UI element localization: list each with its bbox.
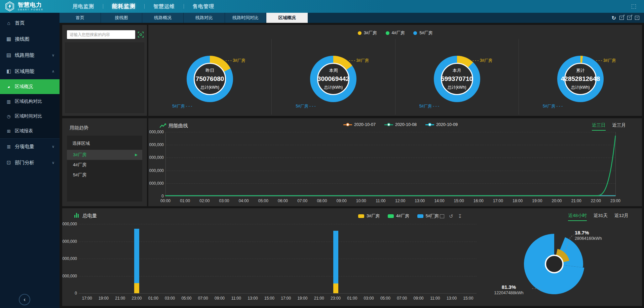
energy-bar-plot (79, 224, 477, 293)
legend-swatch (417, 214, 423, 218)
curve-x-label: 19:00 (532, 199, 542, 203)
region-item-4#厂房[interactable]: 4#厂房 (67, 160, 142, 170)
energy-legend-3#厂房[interactable]: 3#厂房 (358, 213, 380, 219)
export-window-icon[interactable]: ×↗ (619, 16, 624, 20)
sidebar-item-label: 区域机构对比 (15, 98, 42, 104)
sidebar-item-区域报表[interactable]: ⊞区域报表 (0, 124, 60, 138)
energy-title: 总电量 (82, 213, 97, 219)
pie-value: 28064160kWh (575, 236, 602, 241)
box-select-icon[interactable] (440, 214, 444, 218)
time-compare-icon: ◷ (5, 114, 12, 119)
scan-target-icon[interactable] (138, 32, 144, 38)
legend-dot (413, 31, 417, 35)
legend-item-5#厂房[interactable]: 5#厂房 (413, 30, 432, 36)
sidebar-item-区域概况[interactable]: ◕区域概况 (0, 79, 60, 94)
donut-label-top: 3#厂房 (225, 58, 245, 63)
region-item-3#厂房[interactable]: 3#厂房▶ (67, 150, 142, 160)
bar-segment-5-factory (134, 229, 139, 283)
curve-legend-label: 2020-10-09 (436, 122, 458, 127)
fullscreen-icon[interactable] (632, 4, 636, 9)
donut-2: 本周300069442总计(kWh)3#厂房5#厂房 (271, 39, 395, 115)
sidebar-item-首页[interactable]: ⌂首页 (0, 15, 60, 31)
subtab-6[interactable]: 区域概况 (266, 13, 308, 23)
download-icon[interactable]: ↧ (458, 214, 462, 218)
export-window-icon-2[interactable]: ×↗ (627, 16, 632, 20)
restore-icon[interactable]: ↺ (449, 214, 453, 218)
curve-legend-2020-10-08[interactable]: 2020-10-08 (384, 122, 417, 127)
donut-center: 昨日75076080总计(kWh) (194, 63, 226, 95)
curve-legend-2020-10-07[interactable]: 2020-10-07 (343, 122, 376, 127)
subtab-list: 首页接线图线路概况线路对比线路时间对比区域概况 (60, 13, 308, 23)
area-select-icon[interactable] (430, 214, 435, 218)
curve-x-label: 03:00 (219, 199, 229, 203)
nav-item-2[interactable]: 能耗监测 (103, 3, 144, 10)
search-input[interactable] (67, 30, 135, 39)
trend-title: 用能趋势 (70, 125, 88, 131)
curve-x-label: 21:00 (571, 199, 581, 203)
curve-x-label: 18:00 (513, 199, 523, 203)
legend-item-3#厂房[interactable]: 3#厂房 (358, 30, 377, 36)
sidebar-item-区域时间对比[interactable]: ◷区域时间对比 (0, 109, 60, 124)
region-item-5#厂房[interactable]: 5#厂房 (67, 170, 142, 180)
close-window-icon[interactable]: × (635, 16, 639, 20)
energy-x-label: 13:00 (447, 296, 457, 301)
curve-x-label: 17:00 (493, 199, 503, 203)
sidebar-item-区域机构对比[interactable]: ▥区域机构对比 (0, 94, 60, 109)
energy-legend-4#厂房[interactable]: 4#厂房 (388, 213, 409, 219)
sidebar-item-区域用能[interactable]: ◧区域用能∧ (0, 63, 60, 79)
stacked-bar-1 (134, 229, 139, 293)
curve-x-label: 13:00 (415, 199, 425, 203)
curve-x-label: 23:00 (610, 199, 620, 203)
sidebar-collapse-button[interactable]: ‹ (19, 294, 30, 305)
pie-percent: 18.7% (575, 230, 602, 235)
curve-x-label: 20:00 (552, 199, 562, 203)
donut-label-top: 3#厂房 (596, 58, 616, 63)
energy-x-label: 07:00 (198, 296, 208, 301)
donut-center: 本月599370710总计(kWh) (441, 63, 473, 95)
donut-label-bottom: 5#厂房 (172, 103, 192, 109)
bar-segment-5-factory (333, 231, 338, 283)
line-marker-icon (343, 123, 352, 126)
pie-percent: 81.3% (489, 284, 529, 290)
sidebar-item-线路用能[interactable]: ▤线路用能∨ (0, 47, 60, 63)
range-button-近12月[interactable]: 近12月 (614, 213, 629, 221)
donut-4: 累计42852812648总计(kWh)3#厂房5#厂房 (519, 39, 642, 115)
donut-value: 300069442 (317, 75, 349, 83)
subtab-4[interactable]: 线路对比 (184, 13, 225, 23)
subtab-2[interactable]: 接线图 (101, 13, 142, 23)
subtab-1[interactable]: 首页 (60, 13, 101, 23)
donut-title: 本月 (453, 68, 461, 74)
curve-legend: 2020-10-072020-10-082020-10-09 (343, 122, 458, 127)
refresh-icon[interactable]: ↻ (612, 15, 616, 21)
pie-label-small-slice: 18.7%28064160kWh (575, 230, 602, 241)
curve-x-label: 09:00 (337, 199, 347, 203)
donut-label-top: 3#厂房 (472, 58, 492, 63)
sidebar-item-分项电量[interactable]: ≣分项电量∨ (0, 138, 60, 155)
primary-nav: 用电监测能耗监测智慧运维售电管理 (64, 3, 223, 10)
bar-chart-icon (74, 213, 79, 218)
curve-legend-2020-10-09[interactable]: 2020-10-09 (425, 122, 458, 127)
donut-unit: 总计(kWh) (324, 85, 343, 90)
subtab-5[interactable]: 线路时间对比 (225, 13, 266, 23)
range-button-近48小时[interactable]: 近48小时 (568, 213, 587, 221)
sidebar-menu: ⌂首页▦接线图▤线路用能∨◧区域用能∧◕区域概况▥区域机构对比◷区域时间对比⊞区… (0, 13, 60, 171)
sidebar-item-部门分析[interactable]: ⊡部门分析∨ (0, 155, 60, 171)
report-table-icon: ⊞ (5, 129, 12, 134)
energy-x-label: 05:00 (380, 296, 390, 301)
energy-y-label: 000,000 (62, 222, 77, 226)
range-button-近三月[interactable]: 近三月 (612, 122, 626, 131)
legend-item-4#厂房[interactable]: 4#厂房 (386, 30, 405, 36)
energy-x-label: 15:00 (463, 296, 473, 301)
subtab-3[interactable]: 线路概况 (142, 13, 184, 23)
chevron-down-icon: ∨ (52, 53, 54, 57)
search-panel (62, 25, 147, 116)
nav-item-1[interactable]: 用电监测 (64, 3, 103, 10)
sidebar-item-label: 首页 (15, 20, 25, 26)
sidebar-item-label: 区域时间对比 (15, 113, 42, 119)
nav-item-4[interactable]: 售电管理 (184, 3, 223, 10)
sidebar-item-接线图[interactable]: ▦接线图 (0, 31, 60, 47)
range-button-近31天[interactable]: 近31天 (594, 213, 608, 221)
range-button-近三日[interactable]: 近三日 (592, 122, 606, 131)
nav-item-3[interactable]: 智慧运维 (145, 3, 184, 10)
curve-axis-vertical (615, 132, 616, 196)
